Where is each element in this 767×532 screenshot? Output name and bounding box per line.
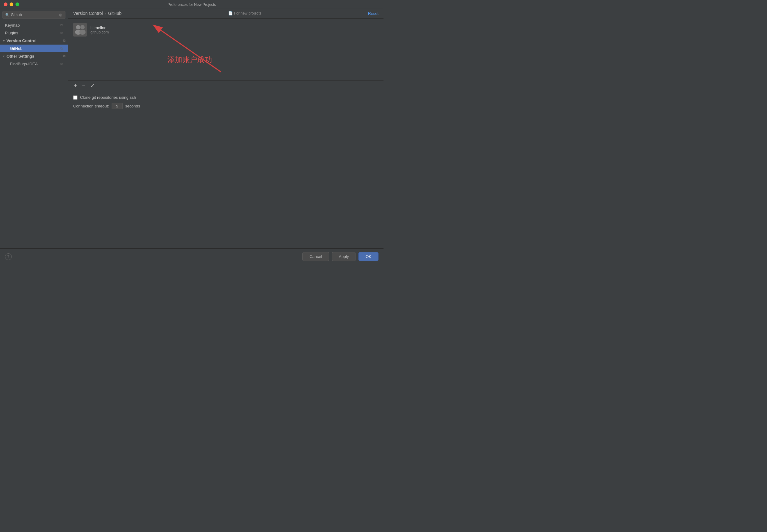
maximize-button[interactable] — [15, 2, 19, 6]
window-title: Preferences for New Projects — [167, 2, 216, 7]
add-button[interactable]: + — [72, 82, 79, 89]
cancel-button[interactable]: Cancel — [302, 252, 329, 261]
apply-button[interactable]: Apply — [332, 252, 356, 261]
clone-ssh-row: Clone git repositories using ssh — [73, 95, 379, 100]
help-button[interactable]: ? — [5, 253, 12, 260]
sidebar-section-label: Other Settings — [7, 54, 34, 59]
reset-button[interactable]: Reset — [368, 11, 379, 16]
sidebar-item-label: FindBugs-IDEA — [10, 62, 38, 66]
copy-icon: ⧉ — [63, 54, 65, 58]
copy-icon: ⧉ — [60, 31, 63, 35]
account-area: ittimeline github.com 添加账户成功 — [68, 19, 384, 81]
clone-ssh-label[interactable]: Clone git repositories using ssh — [80, 95, 136, 100]
sidebar-section-version-control[interactable]: ▼ Version Control ⧉ — [0, 37, 68, 45]
breadcrumb-separator: › — [105, 11, 106, 16]
traffic-lights — [4, 2, 19, 6]
sidebar: 🔍 ⊗ Keymap ⧉ Plugins ⧉ ▼ Version Control… — [0, 8, 68, 248]
toolbar-row: + − ✓ — [68, 81, 384, 91]
breadcrumb-parent: Version Control — [73, 11, 103, 16]
annotation-text: 添加账户成功 — [167, 55, 212, 65]
search-clear-icon[interactable]: ⊗ — [59, 12, 63, 17]
svg-point-4 — [79, 30, 85, 35]
copy-icon: ⧉ — [60, 46, 63, 50]
minimize-button[interactable] — [10, 2, 13, 6]
sidebar-item-label: Plugins — [5, 31, 18, 35]
search-input[interactable] — [11, 13, 59, 17]
sidebar-section-label: Version Control — [7, 38, 37, 43]
close-button[interactable] — [4, 2, 7, 6]
sidebar-item-plugins[interactable]: Plugins ⧉ — [0, 29, 68, 37]
timeout-input[interactable] — [112, 103, 123, 109]
ok-button[interactable]: OK — [358, 252, 379, 261]
copy-icon: ⧉ — [60, 62, 63, 66]
sidebar-item-keymap[interactable]: Keymap ⧉ — [0, 21, 68, 29]
copy-icon: ⧉ — [63, 39, 65, 43]
sidebar-item-label: GitHub — [10, 46, 22, 51]
sidebar-item-label: Keymap — [5, 23, 20, 28]
check-button[interactable]: ✓ — [88, 82, 97, 89]
account-row[interactable]: ittimeline github.com — [68, 21, 384, 38]
remove-button[interactable]: − — [80, 82, 87, 89]
breadcrumb-current: GitHub — [108, 11, 121, 16]
content-area: Version Control › GitHub 📄 For new proje… — [68, 8, 384, 248]
for-new-projects-label: For new projects — [234, 11, 262, 15]
timeout-unit: seconds — [125, 104, 140, 108]
timeout-row: Connection timeout: seconds — [73, 103, 379, 109]
expand-triangle-icon: ▼ — [2, 39, 5, 42]
account-domain: github.com — [90, 30, 109, 34]
sidebar-item-findbugs-idea[interactable]: FindBugs-IDEA ⧉ — [0, 60, 68, 68]
sidebar-item-github[interactable]: GitHub ⧉ — [0, 45, 68, 52]
timeout-label: Connection timeout: — [73, 104, 109, 108]
bottom-bar: ? Cancel Apply OK — [0, 248, 384, 264]
svg-point-3 — [80, 25, 85, 29]
sidebar-section-other-settings[interactable]: ▼ Other Settings ⧉ — [0, 52, 68, 60]
options-area: Clone git repositories using ssh Connect… — [68, 91, 384, 113]
title-bar: Preferences for New Projects — [0, 0, 384, 8]
search-box[interactable]: 🔍 ⊗ — [2, 11, 65, 19]
for-new-projects: 📄 For new projects — [228, 11, 262, 15]
account-info: ittimeline github.com — [90, 25, 109, 34]
search-icon: 🔍 — [5, 13, 10, 17]
avatar — [73, 23, 87, 37]
content-header: Version Control › GitHub 📄 For new proje… — [68, 8, 384, 19]
expand-triangle-icon: ▼ — [2, 55, 5, 58]
svg-rect-0 — [73, 23, 87, 37]
copy-icon: ⧉ — [60, 23, 63, 27]
doc-icon: 📄 — [228, 11, 233, 15]
breadcrumb: Version Control › GitHub — [73, 11, 121, 16]
svg-point-1 — [76, 25, 80, 29]
account-username: ittimeline — [90, 25, 109, 30]
clone-ssh-checkbox[interactable] — [73, 95, 77, 100]
